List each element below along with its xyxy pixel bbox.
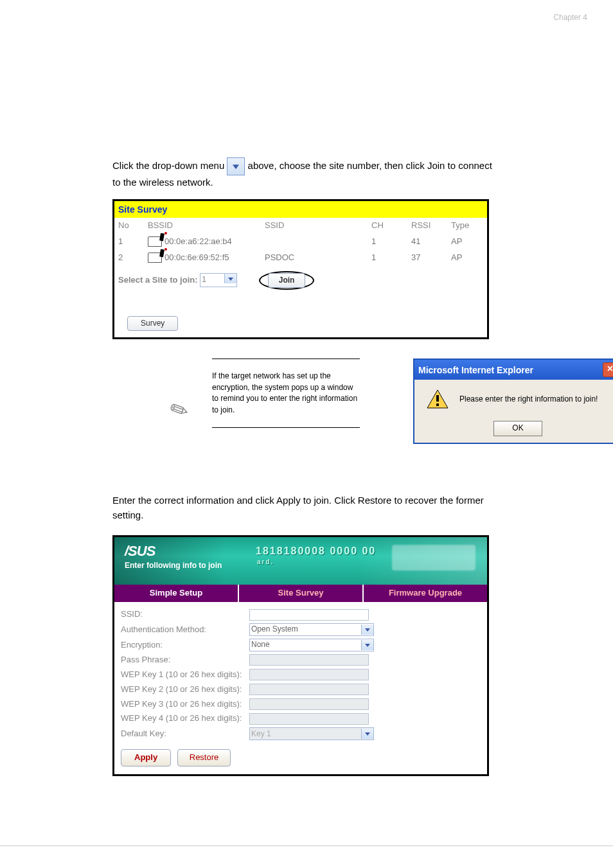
site-survey-table: No BSSID SSID CH RSSI Type 1 00:0e:a6:22… bbox=[114, 218, 487, 266]
text: ard. bbox=[257, 558, 376, 567]
col-ssid: SSID bbox=[261, 218, 368, 234]
passphrase-input[interactable] bbox=[249, 654, 369, 666]
tab-firmware-upgrade[interactable]: Firmware Upgrade bbox=[364, 585, 487, 602]
site-select[interactable]: 1 bbox=[200, 273, 237, 287]
table-row: 1 00:0e:a6:22:ae:b4 1 41 AP bbox=[114, 234, 487, 250]
auth-select-value: Open System bbox=[251, 624, 298, 635]
cell-rssi: 41 bbox=[407, 234, 447, 250]
passphrase-label: Pass Phrase: bbox=[121, 654, 249, 666]
auth-select[interactable]: Open System bbox=[249, 623, 374, 636]
cell-ssid: PSDOC bbox=[261, 250, 368, 266]
ssid-input[interactable] bbox=[249, 609, 369, 621]
ap-icon bbox=[148, 236, 162, 247]
note-quill-icon: ✎ bbox=[164, 393, 194, 429]
auth-label: Authentication Method: bbox=[121, 624, 249, 636]
ie-dialog-titlebar: Microsoft Internet Explorer × bbox=[414, 360, 613, 380]
site-survey-controls: Select a Site to join: 1 Join bbox=[114, 266, 487, 292]
wep3-label: WEP Key 3 (10 or 26 hex digits): bbox=[121, 698, 249, 711]
site-survey-title: Site Survey bbox=[114, 201, 487, 218]
svg-rect-1 bbox=[436, 395, 439, 402]
page-footer bbox=[0, 846, 613, 849]
tab-simple-setup[interactable]: Simple Setup bbox=[114, 585, 238, 602]
router-silhouette-icon bbox=[392, 545, 475, 571]
svg-rect-2 bbox=[436, 403, 439, 406]
chevron-down-icon bbox=[361, 729, 373, 739]
close-icon[interactable]: × bbox=[603, 362, 613, 377]
wep4-input[interactable] bbox=[249, 713, 369, 725]
join-button[interactable]: Join bbox=[268, 273, 306, 288]
restore-button[interactable]: Restore bbox=[177, 749, 231, 766]
cell-bssid: 00:0c:6e:69:52:f5 bbox=[144, 250, 261, 266]
cell-no: 1 bbox=[114, 234, 144, 250]
wep3-input[interactable] bbox=[249, 698, 369, 710]
ssid-label: SSID: bbox=[121, 608, 249, 621]
ie-warning-dialog: Microsoft Internet Explorer × Please ent… bbox=[413, 359, 613, 443]
ok-button[interactable]: OK bbox=[493, 421, 542, 436]
survey-button[interactable]: Survey bbox=[127, 316, 178, 331]
col-type: Type bbox=[447, 218, 487, 234]
chevron-down-icon bbox=[361, 624, 373, 635]
cell-ch: 1 bbox=[368, 234, 407, 250]
asus-join-screenshot: /SUS Enter following info to join 181818… bbox=[112, 535, 489, 776]
text: 00:0e:a6:22:ae:b4 bbox=[164, 236, 232, 246]
ie-dialog-title: Microsoft Internet Explorer bbox=[418, 364, 533, 376]
asus-mac: 1818180008 0000 00 ard. bbox=[256, 544, 376, 567]
wep1-input[interactable] bbox=[249, 669, 369, 680]
wep4-label: WEP Key 4 (10 or 26 hex digits): bbox=[121, 713, 249, 725]
join-button-highlight: Join bbox=[259, 271, 315, 290]
defaultkey-label: Default Key: bbox=[121, 728, 249, 740]
chevron-down-icon bbox=[361, 640, 373, 650]
cell-ch: 1 bbox=[368, 250, 407, 266]
asus-tabbar: Simple Setup Site Survey Firmware Upgrad… bbox=[114, 585, 487, 602]
cell-rssi: 37 bbox=[407, 250, 447, 266]
cell-bssid: 00:0e:a6:22:ae:b4 bbox=[144, 234, 261, 250]
cell-ssid bbox=[261, 234, 368, 250]
defaultkey-select[interactable]: Key 1 bbox=[249, 727, 374, 740]
site-survey-screenshot: Site Survey No BSSID SSID CH RSSI Type 1… bbox=[112, 199, 489, 340]
table-header-row: No BSSID SSID CH RSSI Type bbox=[114, 218, 487, 234]
instruction-paragraph-2: Enter the correct information and click … bbox=[112, 493, 498, 522]
asus-form: SSID: Authentication Method: Open System… bbox=[114, 602, 487, 774]
col-bssid: BSSID bbox=[144, 218, 261, 234]
dropdown-icon bbox=[227, 157, 245, 175]
text: 00:0c:6e:69:52:f5 bbox=[164, 252, 229, 262]
ap-icon bbox=[148, 252, 162, 263]
chevron-down-icon bbox=[224, 274, 236, 283]
note-text: If the target network has set up the enc… bbox=[212, 359, 360, 428]
site-select-value: 1 bbox=[202, 275, 206, 284]
defaultkey-select-value: Key 1 bbox=[251, 729, 271, 740]
wep2-label: WEP Key 2 (10 or 26 hex digits): bbox=[121, 684, 249, 696]
text: 1818180008 0000 00 bbox=[256, 545, 376, 556]
warning-icon bbox=[426, 389, 449, 409]
apply-button[interactable]: Apply bbox=[121, 749, 171, 766]
select-site-label: Select a Site to join: bbox=[118, 275, 198, 285]
text: Click the drop-down menu bbox=[112, 160, 227, 171]
enc-select[interactable]: None bbox=[249, 639, 374, 651]
instruction-paragraph-1: Click the drop-down menu above, choose t… bbox=[112, 157, 498, 190]
chapter-label: Chapter 4 bbox=[553, 13, 587, 22]
enc-select-value: None bbox=[251, 639, 270, 650]
cell-type: AP bbox=[447, 250, 487, 266]
col-ch: CH bbox=[368, 218, 407, 234]
wep1-label: WEP Key 1 (10 or 26 hex digits): bbox=[121, 669, 249, 681]
asus-header: /SUS Enter following info to join 181818… bbox=[114, 537, 487, 585]
enc-label: Encryption: bbox=[121, 639, 249, 651]
table-row: 2 00:0c:6e:69:52:f5 PSDOC 1 37 AP bbox=[114, 250, 487, 266]
tab-site-survey[interactable]: Site Survey bbox=[239, 585, 362, 602]
wep2-input[interactable] bbox=[249, 684, 369, 695]
col-no: No bbox=[114, 218, 144, 234]
cell-no: 2 bbox=[114, 250, 144, 266]
ie-dialog-message: Please enter the right information to jo… bbox=[459, 394, 598, 405]
col-rssi: RSSI bbox=[407, 218, 447, 234]
cell-type: AP bbox=[447, 234, 487, 250]
